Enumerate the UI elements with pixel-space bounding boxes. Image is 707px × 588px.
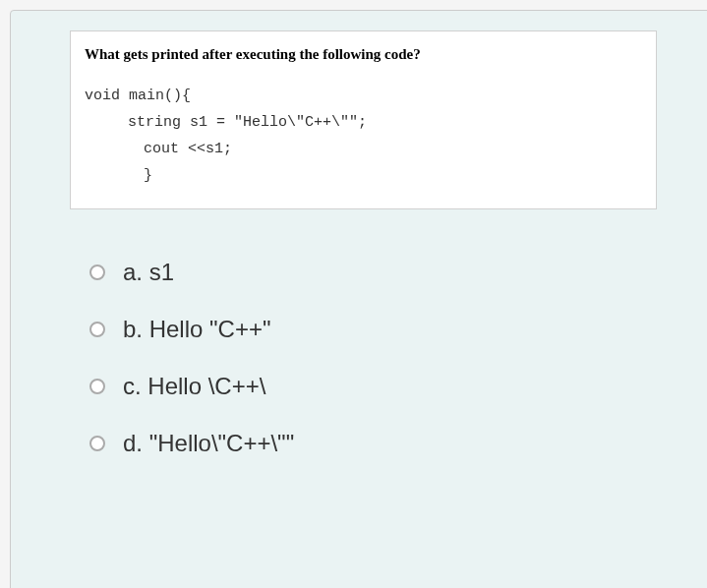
quiz-container: What gets printed after executing the fo… bbox=[10, 10, 707, 588]
option-b-text: b. Hello "C++" bbox=[123, 316, 270, 343]
options-list: a. s1 b. Hello "C++" c. Hello \C++\ d. "… bbox=[11, 239, 707, 506]
question-title: What gets printed after executing the fo… bbox=[71, 31, 656, 83]
option-c[interactable]: c. Hello \C++\ bbox=[89, 373, 657, 400]
code-line-2: string s1 = "Hello\"C++\""; bbox=[85, 109, 642, 136]
radio-c[interactable] bbox=[89, 379, 105, 394]
radio-d[interactable] bbox=[89, 436, 105, 451]
code-line-1: void main(){ bbox=[85, 83, 642, 109]
option-d[interactable]: d. "Hello\"C++\"" bbox=[89, 430, 657, 457]
code-line-4: } bbox=[85, 162, 642, 189]
option-a[interactable]: a. s1 bbox=[89, 259, 657, 286]
option-a-text: a. s1 bbox=[123, 259, 174, 286]
option-b[interactable]: b. Hello "C++" bbox=[89, 316, 657, 343]
code-block: void main(){ string s1 = "Hello\"C++\"";… bbox=[71, 83, 656, 208]
question-box: What gets printed after executing the fo… bbox=[70, 30, 657, 209]
radio-a[interactable] bbox=[89, 265, 105, 280]
radio-b[interactable] bbox=[89, 322, 105, 337]
code-line-3: cout <<s1; bbox=[85, 136, 642, 162]
option-c-text: c. Hello \C++\ bbox=[123, 373, 265, 400]
option-d-text: d. "Hello\"C++\"" bbox=[123, 430, 294, 457]
